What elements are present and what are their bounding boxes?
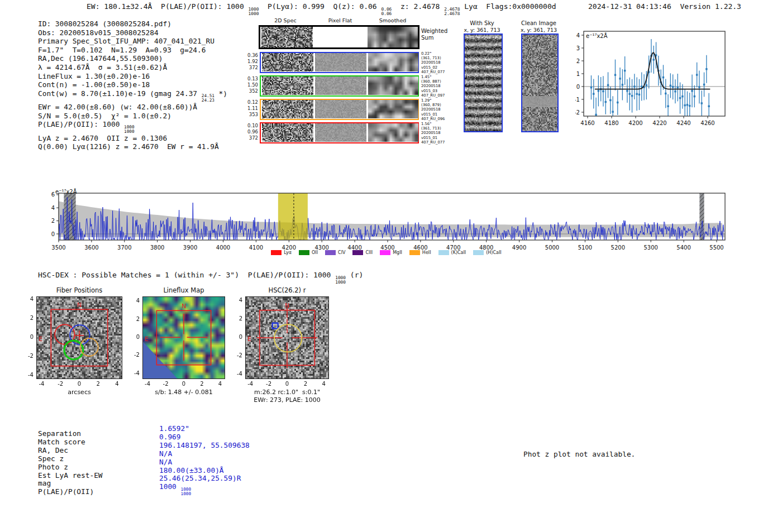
match-row-label: mag bbox=[38, 480, 103, 488]
legend-swatch bbox=[271, 250, 282, 255]
match-row-label: Separation bbox=[38, 430, 103, 438]
svg-text:4180: 4180 bbox=[604, 120, 618, 126]
fiber-row bbox=[260, 52, 419, 73]
cutout-xtick: -2 bbox=[52, 381, 69, 387]
fiber-row-meta: 1.29" (360, 879) 20200518 v015_01 407_RU… bbox=[421, 98, 445, 121]
legend-swatch bbox=[438, 250, 449, 255]
sky-panel-image bbox=[521, 33, 559, 132]
elixer-detection-report: EW: 180.1±32.4Å P(LAE)/P(OII): 1000 1000… bbox=[0, 0, 782, 532]
svg-text:2: 2 bbox=[576, 58, 580, 64]
fiber-row-weights: 0.36 1.92 372 bbox=[244, 52, 258, 71]
svg-text:4160: 4160 bbox=[580, 120, 594, 126]
legend-item: OII bbox=[299, 250, 318, 255]
cutout-title: Fiber Positions bbox=[23, 286, 135, 294]
stacked-fraction: 10001000 bbox=[181, 487, 191, 496]
cutout-ytick: -4 bbox=[126, 370, 140, 376]
legend-label: (H)CaII bbox=[486, 250, 501, 255]
svg-text:E: E bbox=[39, 336, 42, 343]
match-row-value: 1.6592" bbox=[159, 425, 250, 433]
fiber-row-weights: 0.12 1.11 353 bbox=[244, 99, 258, 118]
report-version: Version 1.22.3 bbox=[680, 2, 741, 11]
spec2d-image bbox=[261, 27, 313, 47]
legend-item: HeII bbox=[409, 250, 431, 255]
cutout-xtick: 0 bbox=[175, 381, 192, 387]
cutout-ytick: -4 bbox=[229, 371, 242, 377]
fiber-row-meta: 1.45" (360, 887) 20200518 v015_03 407_RU… bbox=[421, 75, 445, 98]
sky-panel-title: Clean Image bbox=[506, 20, 573, 26]
cutout-ytick: -4 bbox=[20, 372, 34, 378]
match-row-label: Match score bbox=[38, 438, 103, 447]
info-line: ID: 3008025284 (3008025284.pdf) bbox=[38, 20, 227, 28]
cutout-xtick: 2 bbox=[193, 381, 210, 387]
match-row-label: Spec z bbox=[38, 455, 103, 463]
legend-swatch bbox=[380, 250, 390, 255]
legend-item: CIV bbox=[325, 250, 345, 255]
svg-text:-1: -1 bbox=[575, 97, 580, 103]
svg-text:N: N bbox=[77, 301, 82, 309]
stacked-fraction: 10001000 bbox=[249, 7, 259, 16]
cutout-ytick: 4 bbox=[20, 296, 34, 302]
info-line: F=1.7" T=0.102 N=1.29 A=0.93 g=24.6 bbox=[38, 46, 227, 55]
info-line: Primary Spec_Slot_IFU_AMP: 407_041_021_R… bbox=[38, 37, 227, 46]
cutout-xtick: -4 bbox=[139, 381, 156, 387]
cutout-xtick: -2 bbox=[260, 381, 277, 387]
legend-swatch bbox=[325, 250, 336, 255]
info-line: Cont(n) = -1.00(±0.50)e-18 bbox=[38, 80, 227, 89]
weighted-sum-label: Weighted Sum bbox=[421, 28, 447, 41]
pixel-flat-image bbox=[315, 100, 366, 118]
cutout-ytick: 4 bbox=[126, 298, 140, 304]
svg-text:-2: -2 bbox=[575, 109, 580, 116]
svg-text:4260: 4260 bbox=[700, 120, 714, 126]
legend-label: (K)CaII bbox=[451, 250, 466, 255]
match-row-value: N/A bbox=[159, 450, 250, 458]
legend-label: MgII bbox=[393, 250, 402, 255]
full-spectrum-plot: 3500360037003800390040004100420043004400… bbox=[47, 186, 735, 258]
cutout-xtick: -4 bbox=[242, 381, 259, 387]
svg-text:6: 6 bbox=[51, 191, 55, 198]
match-row-label: Est LyA rest-EW bbox=[38, 472, 103, 480]
fiber-row-weights: 0.13 1.50 352 bbox=[244, 76, 258, 94]
stacked-fraction: 10001000 bbox=[124, 125, 134, 134]
legend-item: CIII bbox=[352, 250, 373, 255]
match-row-value: 180.00(±33.00)Å bbox=[159, 467, 250, 475]
cutout-xtick: -4 bbox=[33, 381, 50, 387]
stacked-fraction: 24.5124.23 bbox=[202, 94, 214, 103]
sky-panel-coords: x, y: 361, 713 bbox=[506, 27, 573, 33]
full-spectrum-svg: 3500360037003800390040004100420043004400… bbox=[47, 186, 735, 258]
spec2d-image bbox=[262, 76, 313, 95]
info-line: Obs: 20200518v015_3008025284 bbox=[38, 28, 227, 37]
cutout-xtick: 2 bbox=[90, 381, 107, 387]
cutout-overlay: NE bbox=[143, 297, 225, 378]
svg-text:1: 1 bbox=[576, 71, 580, 77]
svg-text:N: N bbox=[182, 303, 186, 310]
detection-info-block: ID: 3008025284 (3008025284.pdf)Obs: 2020… bbox=[38, 20, 227, 151]
cutout-ytick: 0 bbox=[229, 334, 242, 340]
cutout-ytick: 2 bbox=[229, 315, 242, 322]
svg-text:4200: 4200 bbox=[628, 120, 642, 126]
cutout-overlay: NE bbox=[246, 297, 328, 378]
match-row-value: 25.46(25.34,25.59)R bbox=[159, 475, 250, 483]
spec2d-image bbox=[262, 123, 313, 142]
match-row-label: Photo z bbox=[38, 463, 103, 472]
smoothed-image bbox=[368, 53, 418, 71]
spectrum-y-axis-label: e⁻¹⁷x2Å bbox=[55, 189, 77, 195]
spec2d-image bbox=[262, 53, 313, 71]
inset-spectrum-svg: 41604180420042204240426043210-1-2e⁻¹⁷x2Å bbox=[575, 28, 732, 131]
legend-item: (H)CaII bbox=[473, 250, 501, 255]
cutout-xtick: 4 bbox=[212, 381, 228, 387]
info-line: LineFlux = 1.30(±0.20)e-16 bbox=[38, 72, 227, 81]
cutout-title: HSC(26.2) r bbox=[231, 286, 343, 294]
cutout-xtick: 0 bbox=[279, 381, 295, 387]
legend-item: Lyα bbox=[271, 250, 292, 255]
pixel-flat-image bbox=[315, 76, 366, 95]
info-line: Cont(w) = 8.70(±1.10)e-19 (gmag 24.37 24… bbox=[38, 89, 227, 103]
cutout-footer-label: m:26.2 rc:1.0" s:0.1" bbox=[220, 389, 354, 396]
legend-label: CIV bbox=[338, 250, 345, 255]
svg-text:2: 2 bbox=[51, 218, 55, 224]
info-line: λ = 4214.67Å σ = 3.51(±0.62)Å bbox=[38, 63, 227, 72]
svg-text:E: E bbox=[247, 336, 251, 343]
info-line: Q(0.00) Lyα(1216) z = 2.4670 EW r = 41.9… bbox=[38, 142, 227, 151]
smoothed-image bbox=[368, 76, 418, 95]
svg-text:4: 4 bbox=[51, 205, 55, 211]
emission-line-inset-plot: 41604180420042204240426043210-1-2e⁻¹⁷x2Å bbox=[575, 28, 732, 131]
